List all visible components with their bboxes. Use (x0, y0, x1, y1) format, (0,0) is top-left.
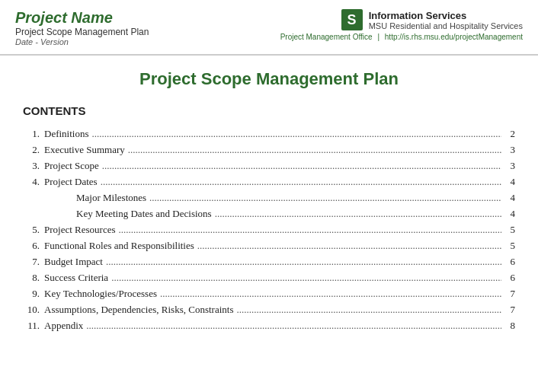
toc-number: 4. (23, 176, 44, 188)
toc-page: 2 (504, 128, 515, 140)
toc-dots: ........................................… (92, 128, 502, 140)
toc-label: Functional Roles and Responsibilities (44, 240, 194, 252)
toc-page: 5 (504, 240, 515, 252)
toc-page: 7 (504, 288, 515, 300)
header-date-version: Date - Version (15, 37, 149, 46)
toc-dots: ........................................… (160, 288, 501, 300)
project-name: Project Name (15, 9, 149, 27)
toc-page: 4 (504, 192, 515, 204)
toc-label: Assumptions, Dependencies, Risks, Constr… (44, 304, 233, 316)
toc-number: 2. (23, 144, 44, 156)
main-content: Project Scope Management Plan CONTENTS 1… (0, 56, 538, 351)
toc-item: 8.Success Criteria......................… (23, 272, 515, 284)
toc-item: Key Meeting Dates and Decisions.........… (23, 208, 515, 220)
header-right: S Information Services MSU Residential a… (280, 9, 523, 41)
toc-item: Major Milestones........................… (23, 192, 515, 204)
header-subtitle: Project Scope Management Plan (15, 27, 149, 37)
pmo-label: Project Management Office (280, 33, 373, 41)
toc-dots: ........................................… (102, 160, 501, 172)
toc-page: 4 (504, 176, 515, 188)
toc-item: 6.Functional Roles and Responsibilities.… (23, 240, 515, 252)
toc-label: Project Scope (44, 160, 99, 172)
toc-item: 9.Key Technologies/Processes............… (23, 288, 515, 300)
toc-dots: ........................................… (128, 144, 501, 156)
toc-label: Executive Summary (44, 144, 125, 156)
toc-page: 3 (504, 144, 515, 156)
toc-page: 6 (504, 256, 515, 268)
toc-page: 3 (504, 160, 515, 172)
pmo-url: http://is.rhs.msu.edu/projectManagement (385, 33, 523, 41)
toc-label: Project Dates (44, 176, 98, 188)
toc-dots: ........................................… (101, 176, 501, 188)
msu-logo: S (341, 9, 363, 30)
toc-dots: ........................................… (236, 304, 501, 316)
toc-label: Success Criteria (44, 272, 108, 284)
toc-number: 1. (23, 128, 44, 140)
toc-label: Appendix (44, 320, 83, 332)
toc-dots: ........................................… (215, 208, 501, 220)
toc-page: 4 (504, 208, 515, 220)
toc-label: Key Meeting Dates and Decisions (76, 208, 212, 220)
toc-page: 8 (504, 320, 515, 332)
toc-number: 9. (23, 288, 44, 300)
toc-dots: ........................................… (106, 256, 501, 268)
toc-item: 5.Project Resources.....................… (23, 224, 515, 236)
toc-item: 2.Executive Summary.....................… (23, 144, 515, 156)
toc-item: 3.Project Scope.........................… (23, 160, 515, 172)
header-left: Project Name Project Scope Management Pl… (15, 9, 149, 46)
toc-number: 7. (23, 256, 44, 268)
header-logo-row: S Information Services MSU Residential a… (341, 9, 523, 30)
toc-page: 7 (504, 304, 515, 316)
page-title: Project Scope Management Plan (23, 69, 515, 89)
toc-page: 6 (504, 272, 515, 284)
toc-dots: ........................................… (149, 192, 501, 204)
toc-dots: ........................................… (111, 272, 501, 284)
toc-number: 11. (23, 320, 44, 332)
contents-heading: CONTENTS (23, 104, 515, 117)
toc-dots: ........................................… (119, 224, 501, 236)
org-name: Information Services (369, 10, 523, 21)
toc-label: Definitions (44, 128, 89, 140)
toc-item: 1.Definitions...........................… (23, 128, 515, 140)
toc-number: 10. (23, 304, 44, 316)
toc-number: 6. (23, 240, 44, 252)
header-org: Information Services MSU Residential and… (369, 10, 523, 30)
toc-label: Project Resources (44, 224, 116, 236)
toc-label: Key Technologies/Processes (44, 288, 157, 300)
pmo-divider: | (377, 33, 379, 41)
header: Project Name Project Scope Management Pl… (0, 0, 538, 56)
toc-item: 7.Budget Impact.........................… (23, 256, 515, 268)
toc-label: Major Milestones (76, 192, 146, 204)
toc-item: 10.Assumptions, Dependencies, Risks, Con… (23, 304, 515, 316)
toc-item: 11.Appendix.............................… (23, 320, 515, 332)
toc-label: Budget Impact (44, 256, 103, 268)
toc-page: 5 (504, 224, 515, 236)
table-of-contents: 1.Definitions...........................… (23, 128, 515, 332)
toc-dots: ........................................… (86, 320, 501, 332)
toc-number: 3. (23, 160, 44, 172)
toc-item: 4.Project Dates.........................… (23, 176, 515, 188)
pmo-info: Project Management Office | http://is.rh… (280, 33, 523, 41)
toc-dots: ........................................… (197, 240, 501, 252)
toc-number: 5. (23, 224, 44, 236)
toc-number: 8. (23, 272, 44, 284)
org-sub: MSU Residential and Hospitality Services (369, 21, 523, 30)
